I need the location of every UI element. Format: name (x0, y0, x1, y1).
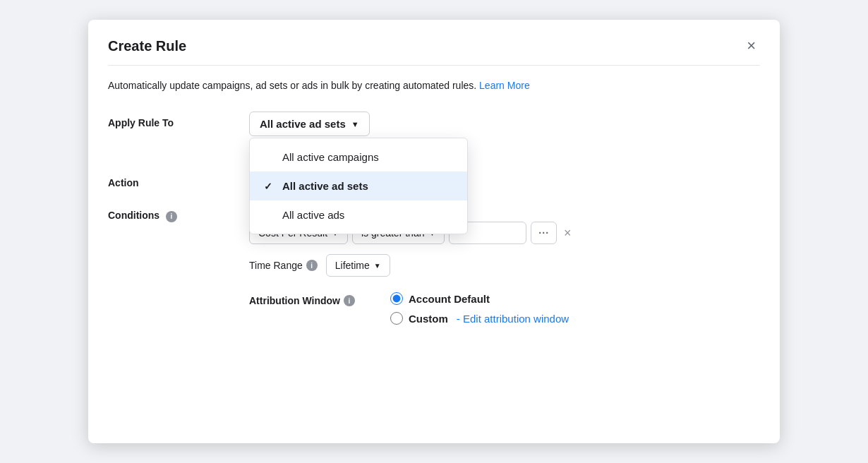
attribution-row: Attribution Window i Account Default Cus… (249, 292, 760, 325)
check-icon-ads (264, 210, 275, 221)
apply-rule-dropdown-menu: All active campaigns ✓ All active ad set… (249, 138, 468, 234)
conditions-info-icon[interactable]: i (166, 211, 177, 222)
modal-header: Create Rule × (108, 37, 760, 66)
dropdown-item-campaigns[interactable]: All active campaigns (250, 143, 467, 172)
check-icon-ad-sets: ✓ (264, 181, 275, 192)
modal-title: Create Rule (108, 38, 186, 54)
dropdown-item-ads[interactable]: All active ads (250, 200, 467, 229)
attribution-account-default-option[interactable]: Account Default (390, 292, 569, 305)
apply-rule-dropdown-button[interactable]: All active ad sets ▼ (249, 112, 370, 136)
check-icon-campaigns (264, 152, 275, 163)
attribution-custom-label: Custom (409, 313, 448, 325)
apply-rule-dropdown-wrapper: All active ad sets ▼ All active campaign… (249, 112, 370, 136)
create-rule-modal: Create Rule × Automatically update campa… (88, 20, 780, 443)
attribution-label: Attribution Window i (249, 292, 390, 306)
modal-description: Automatically update campaigns, ad sets … (108, 78, 760, 93)
action-label: Action (108, 172, 249, 188)
apply-rule-row: Apply Rule To All active ad sets ▼ All a… (108, 112, 760, 156)
attribution-custom-option[interactable]: Custom - Edit attribution window (390, 312, 569, 325)
time-range-arrow-icon: ▼ (374, 262, 381, 270)
dropdown-item-ad-sets[interactable]: ✓ All active ad sets (250, 172, 467, 200)
condition-remove-button[interactable]: × (561, 224, 574, 242)
attribution-radio-group: Account Default Custom - Edit attributio… (390, 292, 569, 325)
time-range-label: Time Range i (249, 260, 318, 271)
apply-rule-selected-value: All active ad sets (260, 118, 346, 130)
attribution-custom-radio[interactable] (390, 312, 403, 325)
conditions-label: Conditions i (108, 204, 249, 222)
edit-attribution-link[interactable]: - Edit attribution window (457, 313, 569, 325)
apply-rule-arrow-icon: ▼ (351, 120, 359, 128)
apply-rule-label: Apply Rule To (108, 112, 249, 128)
attribution-info-icon[interactable]: i (344, 295, 355, 306)
dropdown-item-ads-label: All active ads (282, 209, 344, 221)
time-range-dropdown[interactable]: Lifetime ▼ (326, 254, 390, 277)
time-range-row: Time Range i Lifetime ▼ (249, 254, 760, 277)
close-button[interactable]: × (742, 37, 760, 55)
apply-rule-control: All active ad sets ▼ All active campaign… (249, 112, 760, 156)
time-range-value: Lifetime (335, 260, 370, 271)
dropdown-item-campaigns-label: All active campaigns (282, 151, 379, 163)
attribution-section: Attribution Window i Account Default Cus… (249, 292, 760, 325)
learn-more-link[interactable]: Learn More (479, 80, 530, 91)
attribution-account-default-radio[interactable] (390, 292, 403, 305)
time-range-info-icon[interactable]: i (306, 260, 318, 271)
condition-dots-button[interactable]: ··· (531, 222, 557, 244)
dropdown-item-ad-sets-label: All active ad sets (282, 180, 368, 192)
attribution-account-default-label: Account Default (409, 293, 490, 305)
